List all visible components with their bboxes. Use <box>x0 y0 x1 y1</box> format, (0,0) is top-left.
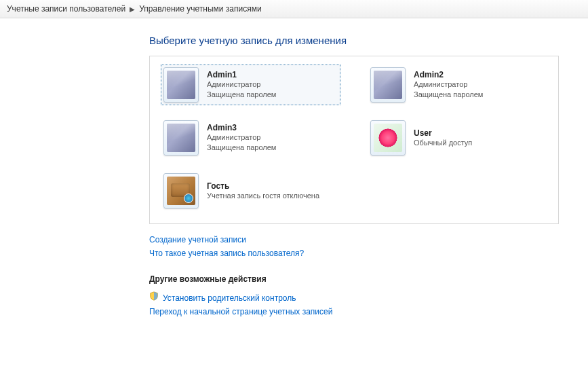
avatar <box>163 67 199 103</box>
breadcrumb-level2[interactable]: Управление учетными записями <box>139 4 261 14</box>
account-status: Защищена паролем <box>414 90 483 100</box>
avatar <box>370 67 406 103</box>
account-item[interactable]: Admin2АдминистраторЗащищена паролем <box>368 65 547 105</box>
breadcrumb-level1[interactable]: Учетные записи пользователей <box>7 4 125 14</box>
parental-controls-link[interactable]: Установить родительский контроль <box>163 293 296 303</box>
avatar <box>370 120 406 156</box>
account-item[interactable]: UserОбычный доступ <box>368 117 547 158</box>
create-account-link[interactable]: Создание учетной записи <box>149 235 246 244</box>
account-role: Обычный доступ <box>414 138 472 148</box>
account-status: Защищена паролем <box>207 90 276 100</box>
account-role: Администратор <box>414 79 483 90</box>
account-role: Администратор <box>207 132 276 143</box>
chevron-right-icon: ▶ <box>130 5 135 13</box>
account-role: Администратор <box>207 79 276 90</box>
account-item[interactable]: Admin1АдминистраторЗащищена паролем <box>161 65 340 105</box>
avatar <box>163 120 199 156</box>
account-name: Admin2 <box>414 70 483 79</box>
what-is-account-link[interactable]: Что такое учетная запись пользователя? <box>149 249 304 258</box>
other-actions-heading: Другие возможные действия <box>149 274 461 284</box>
account-name: Admin3 <box>207 123 276 132</box>
account-item[interactable]: Admin3АдминистраторЗащищена паролем <box>161 117 340 158</box>
account-name: Гость <box>207 181 319 191</box>
account-role: Учетная запись гостя отключена <box>207 191 319 201</box>
account-item[interactable]: ГостьУчетная запись гостя отключена <box>161 170 351 211</box>
account-name: User <box>414 128 472 138</box>
account-status: Защищена паролем <box>207 143 276 153</box>
account-name: Admin1 <box>207 70 276 79</box>
page-title: Выберите учетную запись для изменения <box>149 35 461 46</box>
avatar <box>163 173 199 208</box>
shield-icon <box>149 291 159 301</box>
accounts-panel: Admin1АдминистраторЗащищена паролемAdmin… <box>149 56 559 224</box>
breadcrumb: Учетные записи пользователей ▶ Управлени… <box>0 0 588 18</box>
goto-accounts-home-link[interactable]: Переход к начальной странице учетных зап… <box>149 307 332 316</box>
